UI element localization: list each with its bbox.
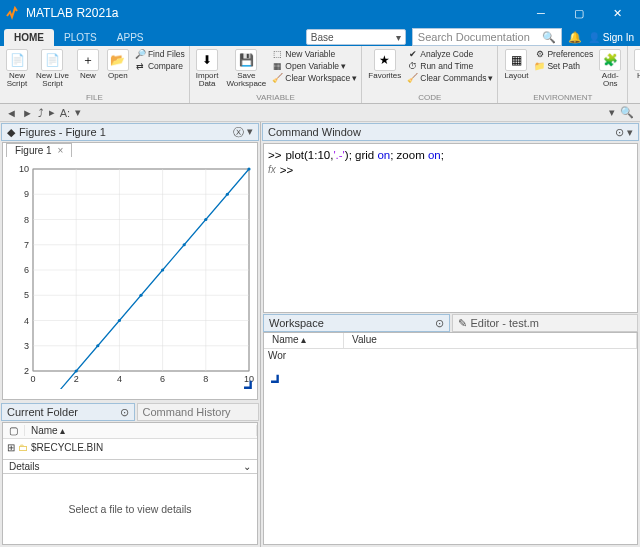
analyze-icon: ✔	[407, 48, 418, 59]
col-name[interactable]: Name ▴	[264, 333, 344, 348]
figure-axes[interactable]: 02468102345678910 ⌟	[7, 161, 253, 391]
svg-point-40	[247, 167, 250, 170]
open-variable-icon: ▦	[272, 60, 283, 71]
current-folder-title[interactable]: Current Folder ⊙	[1, 403, 135, 421]
command-window-text[interactable]: >> plot(1:10,'.-'); grid on; zoom on; fx…	[264, 144, 637, 182]
close-icon[interactable]: ⓧ	[233, 125, 244, 140]
layout-icon: ▦	[505, 49, 527, 71]
set-path-button[interactable]: 📁Set Path	[534, 60, 593, 71]
svg-text:2: 2	[74, 374, 79, 384]
new-variable-button[interactable]: ⬚New Variable	[272, 48, 357, 59]
svg-text:8: 8	[24, 215, 29, 225]
chevron-down-icon[interactable]: ▾	[627, 126, 633, 139]
folder-icon: 🗀	[18, 442, 28, 453]
new-live-script-button[interactable]: 📄New Live Script	[34, 48, 71, 90]
svg-text:9: 9	[24, 189, 29, 199]
compare-icon: ⇄	[135, 60, 146, 71]
figure-tab-label: Figure 1	[15, 145, 52, 156]
dock: ◆ Figures - Figure 1 ⓧ▾ Figure 1 × 02468…	[0, 122, 640, 547]
address-bar: ◄ ► ⤴ ▸ A: ▾ ▾ 🔍	[0, 104, 640, 122]
workspace-columns: Name ▴ Value	[264, 333, 637, 349]
sign-in-button[interactable]: 👤 Sign In	[588, 32, 634, 43]
nav-fwd-button[interactable]: ►	[22, 107, 33, 119]
add-ons-button[interactable]: 🧩Add-Ons	[597, 48, 623, 90]
editor-title[interactable]: ✎ Editor - test.m	[452, 314, 639, 332]
details-label: Details	[9, 461, 40, 472]
clear-workspace-button[interactable]: 🧹Clear Workspace ▾	[272, 72, 357, 83]
preferences-button[interactable]: ⚙Preferences	[534, 48, 593, 59]
new-button[interactable]: ＋New	[75, 48, 101, 81]
expand-icon[interactable]: ⊞	[7, 442, 15, 453]
search-documentation-input[interactable]: Search Documentation 🔍	[412, 28, 562, 46]
folder-row[interactable]: ⊞ 🗀 $RECYCLE.BIN	[3, 439, 257, 455]
pin-icon[interactable]: ⊙	[435, 317, 444, 330]
svg-point-37	[183, 243, 186, 246]
svg-text:7: 7	[24, 240, 29, 250]
nav-back-button[interactable]: ◄	[6, 107, 17, 119]
open-icon: 📂	[107, 49, 129, 71]
figure-tab[interactable]: Figure 1 ×	[6, 143, 72, 157]
chevron-down-icon[interactable]: ▾	[75, 106, 81, 119]
nav-up-button[interactable]: ⤴	[38, 107, 44, 119]
details-body: Select a file to view details	[3, 474, 257, 544]
favorites-button[interactable]: ★Favorites	[366, 48, 403, 81]
pin-icon[interactable]: ⊙	[120, 406, 129, 419]
addons-icon: 🧩	[599, 49, 621, 71]
close-icon[interactable]: ×	[57, 145, 63, 156]
workspace-label: Workspace	[269, 317, 324, 329]
command-history-title[interactable]: Command History	[137, 403, 259, 421]
close-button[interactable]: ✕	[598, 0, 636, 26]
save-workspace-button[interactable]: 💾Save Workspace	[224, 48, 268, 90]
search-icon[interactable]: 🔍	[620, 106, 634, 119]
maximize-button[interactable]: ▢	[560, 0, 598, 26]
tab-home[interactable]: HOME	[4, 29, 54, 46]
clear-workspace-icon: 🧹	[272, 72, 283, 83]
svg-text:6: 6	[24, 265, 29, 275]
group-label-environment: ENVIRONMENT	[502, 93, 623, 102]
pin-icon[interactable]: ⊙	[615, 126, 624, 139]
chevron-down-icon[interactable]: ▾	[247, 125, 253, 140]
new-script-button[interactable]: 📄New Script	[4, 48, 30, 90]
layout-button[interactable]: ▦Layout	[502, 48, 530, 81]
minimize-button[interactable]: ─	[522, 0, 560, 26]
bell-icon[interactable]: 🔔	[568, 31, 582, 44]
search-placeholder: Search Documentation	[418, 31, 530, 43]
app-title: MATLAB R2021a	[26, 6, 119, 20]
analyze-code-button[interactable]: ✔Analyze Code	[407, 48, 493, 59]
details-header[interactable]: Details ⌄	[3, 459, 257, 474]
open-button[interactable]: 📂Open	[105, 48, 131, 81]
group-file: 📄New Script 📄New Live Script ＋New 📂Open …	[0, 46, 190, 103]
workspace-scope-combo[interactable]: Base ▾	[306, 29, 406, 45]
import-data-button[interactable]: ⬇Import Data	[194, 48, 221, 90]
compare-button[interactable]: ⇄Compare	[135, 60, 185, 71]
svg-text:4: 4	[24, 316, 29, 326]
group-label-code: CODE	[366, 93, 493, 102]
fx-icon[interactable]: fx	[268, 163, 276, 178]
group-code: ★Favorites ✔Analyze Code ⏱Run and Time 🧹…	[362, 46, 498, 103]
col-name[interactable]: Name ▴	[25, 425, 257, 436]
col-value[interactable]: Value	[344, 333, 637, 348]
preferences-icon: ⚙	[534, 48, 545, 59]
figures-title[interactable]: ◆ Figures - Figure 1 ⓧ▾	[1, 123, 259, 141]
path-icon: 📁	[534, 60, 545, 71]
current-folder-label: Current Folder	[7, 406, 78, 418]
titlebar: MATLAB R2021a ─ ▢ ✕	[0, 0, 640, 26]
col-icon[interactable]: ▢	[3, 425, 25, 436]
path-text[interactable]: A:	[60, 107, 70, 119]
help-button[interactable]: ?Help	[632, 48, 640, 81]
command-window-label: Command Window	[268, 126, 361, 138]
clear-commands-button[interactable]: 🧹Clear Commands ▾	[407, 72, 493, 83]
run-and-time-button[interactable]: ⏱Run and Time	[407, 60, 493, 71]
command-window-title[interactable]: Command Window ⊙▾	[262, 123, 639, 141]
find-files-button[interactable]: 🔎Find Files	[135, 48, 185, 59]
tab-plots[interactable]: PLOTS	[54, 29, 107, 46]
workspace-panel: Name ▴ Value Wor ⌟	[263, 332, 638, 545]
tab-apps[interactable]: APPS	[107, 29, 154, 46]
command-history-label: Command History	[143, 406, 231, 418]
find-files-icon: 🔎	[135, 48, 146, 59]
group-label-resources: RESOURCES	[632, 93, 640, 102]
code-segment: plot(1:10,'.-'); grid on; zoom on;	[285, 148, 444, 163]
command-window[interactable]: >> plot(1:10,'.-'); grid on; zoom on; fx…	[263, 143, 638, 313]
open-variable-button[interactable]: ▦Open Variable ▾	[272, 60, 357, 71]
workspace-title[interactable]: Workspace ⊙	[263, 314, 450, 332]
